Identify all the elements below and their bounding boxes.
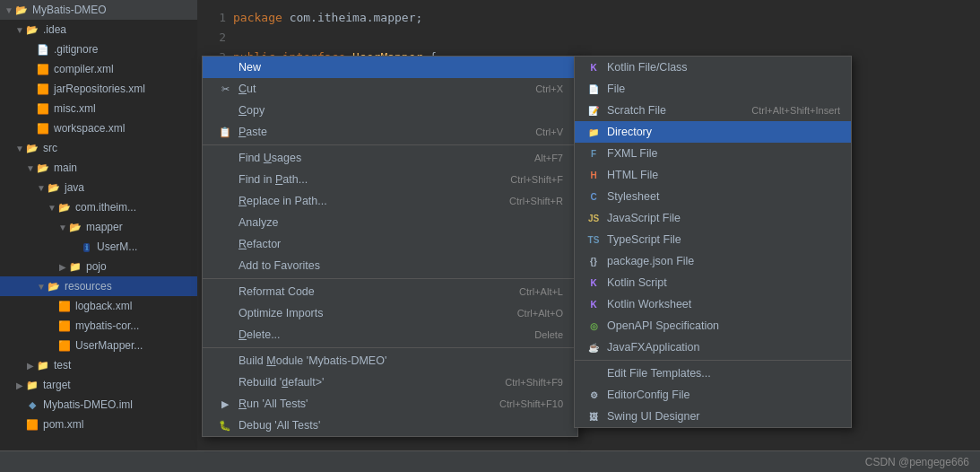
menu-item-find-in-path[interactable]: Find in Path...Ctrl+Shift+F (203, 169, 577, 190)
submenu-item-kotlin-file[interactable]: KKotlin File/Class (575, 57, 851, 78)
menu-icon-empty (217, 353, 233, 369)
tree-arrow: ▼ (36, 183, 47, 193)
menu-label: Debug 'All Tests' (238, 419, 563, 432)
menu-icon: ✂ (217, 81, 233, 97)
tree-icon-xml: 🟧 (57, 319, 72, 333)
submenu-icon: K (585, 275, 602, 291)
line-number: 1 (208, 11, 233, 24)
menu-item-delete[interactable]: Delete...Delete (203, 324, 577, 345)
menu-label: Refactor (238, 238, 563, 250)
submenu-item-kotlin-worksheet[interactable]: KKotlin Worksheet (575, 293, 851, 315)
menu-item-replace-in-path[interactable]: Replace in Path...Ctrl+Shift+R (203, 190, 577, 212)
menu-icon: ▶ (217, 396, 233, 412)
submenu-item-edit-templates[interactable]: Edit File Templates... (575, 363, 851, 384)
submenu-item-swing-ui[interactable]: 🖼Swing UI Designer (575, 406, 851, 427)
menu-item-add-to-favorites[interactable]: Add to Favorites (203, 255, 577, 276)
submenu-item-fxml-file[interactable]: FFXML File (575, 143, 851, 164)
tree-icon-xml: 🟧 (36, 101, 50, 116)
tree-item-mybatis-dmeo[interactable]: ▼📂MyBatis-DMEO (0, 0, 197, 20)
submenu-label: Kotlin Script (607, 276, 840, 289)
menu-item-new[interactable]: New (203, 57, 577, 78)
tree-label: logback.xml (75, 300, 132, 312)
tree-arrow: ▼ (36, 282, 47, 292)
menu-item-debug-all-tests[interactable]: 🐛Debug 'All Tests' (203, 415, 577, 436)
tree-item-usermapper[interactable]: 🟧UserMapper... (0, 336, 197, 355)
menu-item-optimize-imports[interactable]: Optimize ImportsCtrl+Alt+O (203, 302, 577, 324)
submenu-icon: JS (585, 210, 602, 226)
tree-label: target (43, 379, 71, 391)
tree-item-test[interactable]: ▶📁test (0, 355, 197, 375)
menu-item-analyze[interactable]: Analyze (203, 212, 577, 233)
tree-icon-folder-open: 📂 (47, 279, 61, 293)
menu-icon-empty (217, 102, 233, 118)
menu-label: Cut (238, 83, 517, 95)
submenu-label: Scratch File (607, 104, 733, 117)
tree-item-mybatis-dmeo-iml[interactable]: ◆Mybatis-DMEO.iml (0, 395, 197, 415)
submenu-item-javascript-file[interactable]: JSJavaScript File (575, 207, 851, 229)
submenu-icon: K (585, 59, 602, 75)
menu-item-cut[interactable]: ✂CutCtrl+X (203, 78, 577, 100)
menu-separator (203, 347, 577, 348)
submenu-icon: K (585, 296, 602, 312)
submenu-icon: ◎ (585, 318, 602, 334)
tree-item-com-itheim[interactable]: ▼📂com.itheim... (0, 197, 197, 217)
tree-item-target[interactable]: ▶📁target (0, 375, 197, 395)
submenu-item-editorconfig[interactable]: ⚙EditorConfig File (575, 384, 851, 406)
tree-label: main (54, 162, 77, 174)
menu-item-reformat-code[interactable]: Reformat CodeCtrl+Alt+L (203, 281, 577, 302)
submenu-item-kotlin-script[interactable]: KKotlin Script (575, 272, 851, 293)
submenu-item-javafx-app[interactable]: ☕JavaFXApplication (575, 337, 851, 358)
tree-item-logback-xml[interactable]: 🟧logback.xml (0, 296, 197, 316)
submenu-item-openapi-spec[interactable]: ◎OpenAPI Specification (575, 315, 851, 337)
tree-item-gitignore[interactable]: 📄.gitignore (0, 39, 197, 59)
tree-label: mapper (86, 221, 123, 233)
menu-item-find-usages[interactable]: Find UsagesAlt+F7 (203, 147, 577, 169)
submenu-item-directory[interactable]: 📁Directory (575, 121, 851, 143)
menu-item-run-all-tests[interactable]: ▶Run 'All Tests'Ctrl+Shift+F10 (203, 393, 577, 415)
tree-arrow: ▼ (14, 144, 25, 153)
status-bar: CSDN @pengege666 (0, 450, 980, 472)
file-tree: ▼📂MyBatis-DMEO▼📂.idea📄.gitignore🟧compile… (0, 0, 197, 472)
menu-item-rebuild[interactable]: Rebuild 'default>'Ctrl+Shift+F9 (203, 371, 577, 393)
menu-item-paste[interactable]: 📋PasteCtrl+V (203, 121, 577, 143)
menu-icon-empty (217, 327, 233, 343)
tree-label: com.itheim... (75, 201, 136, 214)
menu-item-refactor[interactable]: Refactor (203, 233, 577, 255)
submenu-item-scratch-file[interactable]: 📝Scratch FileCtrl+Alt+Shift+Insert (575, 100, 851, 121)
submenu-item-stylesheet[interactable]: CStylesheet (575, 186, 851, 207)
tree-item-pojo[interactable]: ▶📁pojo (0, 257, 197, 276)
tree-item-workspace-xml[interactable]: 🟧workspace.xml (0, 118, 197, 138)
submenu-item-package-json[interactable]: {}package.json File (575, 250, 851, 272)
submenu: KKotlin File/Class📄File📝Scratch FileCtrl… (574, 56, 852, 428)
tree-item-mapper[interactable]: ▼📂mapper (0, 217, 197, 237)
tree-item-compiler-xml[interactable]: 🟧compiler.xml (0, 59, 197, 79)
submenu-item-file[interactable]: 📄File (575, 78, 851, 100)
submenu-item-html-file[interactable]: HHTML File (575, 164, 851, 186)
menu-item-build-module[interactable]: Build Module 'Mybatis-DMEO' (203, 350, 577, 371)
tree-item-resources[interactable]: ▼📂resources (0, 276, 197, 296)
submenu-label: File (607, 83, 840, 95)
tree-item-main[interactable]: ▼📂main (0, 158, 197, 178)
tree-icon-xml: 🟧 (25, 417, 39, 432)
csdn-label: CSDN @pengege666 (865, 456, 969, 468)
tree-item-mybatis-cor[interactable]: 🟧mybatis-cor... (0, 316, 197, 336)
tree-item-java[interactable]: ▼📂java (0, 178, 197, 197)
submenu-icon: TS (585, 232, 602, 248)
tree-item-userm[interactable]: ℹUserM... (0, 237, 197, 257)
tree-item-idea[interactable]: ▼📂.idea (0, 20, 197, 39)
context-menu: New✂CutCtrl+XCopy📋PasteCtrl+VFind Usages… (202, 56, 578, 437)
tree-icon-folder-open: 📂 (36, 161, 50, 175)
tree-arrow: ▼ (14, 25, 25, 35)
line-content: package com.itheima.mapper; (233, 11, 422, 24)
tree-item-pom-xml[interactable]: 🟧pom.xml (0, 415, 197, 434)
tree-icon-folder-open: 📂 (57, 200, 72, 214)
menu-shortcut: Alt+F7 (534, 153, 563, 163)
menu-shortcut: Ctrl+Shift+F9 (505, 377, 563, 388)
tree-item-src[interactable]: ▼📂src (0, 138, 197, 158)
submenu-item-typescript-file[interactable]: TSTypeScript File (575, 229, 851, 250)
tree-item-misc-xml[interactable]: 🟧misc.xml (0, 99, 197, 118)
tree-item-jarrepositories-xml[interactable]: 🟧jarRepositories.xml (0, 79, 197, 99)
menu-shortcut: Ctrl+Alt+O (517, 308, 563, 319)
submenu-separator (575, 360, 851, 361)
menu-item-copy[interactable]: Copy (203, 100, 577, 121)
